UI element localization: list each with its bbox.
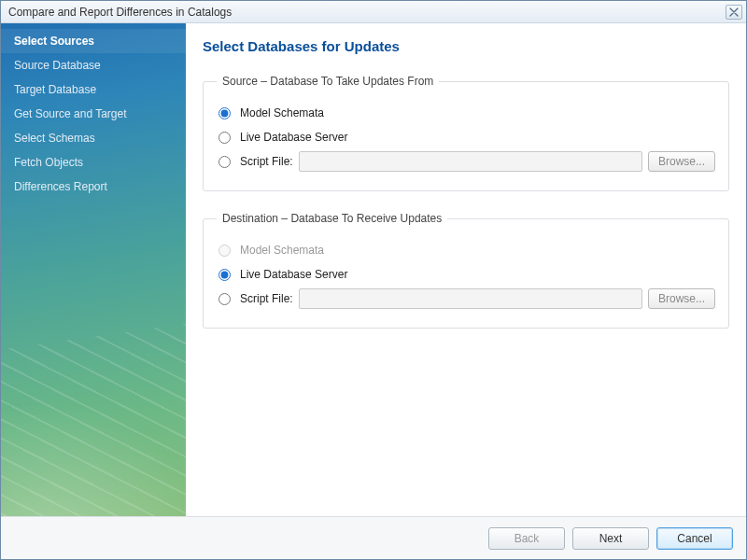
source-script-path-input — [299, 151, 642, 172]
source-radio-model[interactable] — [218, 107, 231, 119]
cancel-button[interactable]: Cancel — [656, 527, 733, 550]
window-title: Compare and Report Differences in Catalo… — [8, 6, 726, 19]
sidebar-item-label: Target Database — [14, 83, 96, 96]
sidebar-item-label: Fetch Objects — [14, 156, 83, 169]
sidebar-item-select-schemas[interactable]: Select Schemas — [1, 126, 186, 150]
sidebar-item-label: Differences Report — [14, 180, 107, 193]
next-button[interactable]: Next — [572, 527, 649, 550]
source-group-legend: Source – Database To Take Updates From — [217, 75, 439, 88]
destination-label-model: Model Schemata — [240, 244, 324, 257]
source-label-script: Script File: — [240, 155, 293, 168]
source-browse-button: Browse... — [648, 151, 715, 172]
sidebar-item-get-source-target[interactable]: Get Source and Target — [1, 102, 186, 126]
source-option-live-row: Live Database Server — [217, 127, 715, 147]
destination-option-script-row: Script File: Browse... — [217, 288, 715, 309]
main-panel: Select Databases for Updates Source – Da… — [186, 23, 746, 516]
sidebar-item-label: Select Schemas — [14, 132, 95, 145]
source-group: Source – Database To Take Updates From M… — [203, 75, 729, 191]
window-body: Select Sources Source Database Target Da… — [1, 23, 746, 516]
sidebar-item-target-database[interactable]: Target Database — [1, 77, 186, 102]
source-label-model: Model Schemata — [240, 106, 324, 119]
source-radio-script[interactable] — [218, 156, 231, 168]
page-title: Select Databases for Updates — [203, 38, 729, 54]
destination-option-live-row: Live Database Server — [217, 264, 715, 285]
sidebar-item-source-database[interactable]: Source Database — [1, 53, 186, 77]
sidebar-item-fetch-objects[interactable]: Fetch Objects — [1, 150, 186, 175]
source-option-script-row: Script File: Browse... — [217, 151, 715, 172]
destination-label-script: Script File: — [240, 292, 293, 305]
source-label-live: Live Database Server — [240, 131, 347, 144]
close-button[interactable] — [726, 5, 742, 20]
wizard-sidebar: Select Sources Source Database Target Da… — [1, 23, 186, 516]
destination-radio-live[interactable] — [218, 269, 231, 281]
destination-radio-model — [218, 245, 231, 257]
destination-option-model-row: Model Schemata — [217, 240, 715, 260]
back-button: Back — [488, 527, 565, 550]
sidebar-item-label: Select Sources — [14, 35, 94, 48]
close-icon — [729, 7, 739, 17]
sidebar-item-label: Get Source and Target — [14, 107, 127, 120]
titlebar: Compare and Report Differences in Catalo… — [1, 1, 746, 23]
destination-label-live: Live Database Server — [240, 268, 347, 281]
wizard-footer: Back Next Cancel — [1, 516, 746, 559]
source-radio-live[interactable] — [218, 132, 231, 144]
destination-radio-script[interactable] — [218, 293, 231, 305]
wizard-window: Compare and Report Differences in Catalo… — [0, 0, 747, 560]
destination-group-legend: Destination – Database To Receive Update… — [217, 212, 447, 225]
destination-browse-button: Browse... — [648, 288, 715, 309]
sidebar-item-differences-report[interactable]: Differences Report — [1, 175, 186, 199]
source-option-model-row: Model Schemata — [217, 103, 715, 123]
sidebar-item-label: Source Database — [14, 59, 101, 72]
destination-script-path-input — [299, 288, 642, 309]
sidebar-item-select-sources[interactable]: Select Sources — [1, 29, 186, 53]
destination-group: Destination – Database To Receive Update… — [203, 212, 729, 329]
